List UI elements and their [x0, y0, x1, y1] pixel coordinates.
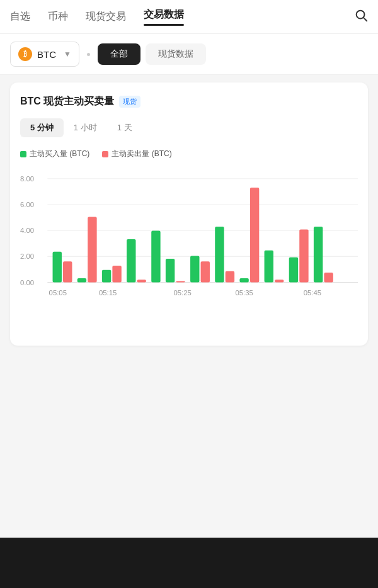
- svg-rect-12: [53, 252, 62, 283]
- nav-item-coins[interactable]: 币种: [48, 8, 68, 26]
- nav-items: 自选 币种 现货交易 交易数据: [10, 6, 354, 28]
- svg-text:05:05: 05:05: [49, 289, 67, 297]
- coin-selector[interactable]: ₿ BTC ▼: [10, 42, 79, 67]
- svg-rect-19: [137, 280, 146, 282]
- svg-rect-25: [215, 227, 224, 283]
- svg-rect-13: [63, 261, 72, 282]
- svg-rect-29: [265, 251, 273, 283]
- btc-icon: ₿: [18, 47, 32, 61]
- svg-rect-26: [226, 271, 234, 283]
- sell-legend-label: 主动卖出量 (BTC): [112, 149, 171, 159]
- svg-rect-15: [88, 217, 96, 282]
- time-tab-1d[interactable]: 1 天: [107, 118, 142, 137]
- chart-title: BTC 现货主动买卖量: [20, 95, 114, 108]
- svg-text:8.00: 8.00: [20, 175, 34, 183]
- svg-text:05:45: 05:45: [304, 289, 321, 297]
- svg-text:05:25: 05:25: [174, 289, 192, 297]
- nav-item-watchlist[interactable]: 自选: [10, 8, 30, 26]
- spot-badge: 现货: [119, 96, 140, 108]
- chart-card: BTC 现货主动买卖量 现货 5 分钟 1 小时 1 天 主动买入量 (BTC)…: [10, 82, 368, 346]
- svg-line-1: [364, 18, 367, 21]
- svg-rect-18: [127, 239, 135, 283]
- bottom-bar: [0, 538, 378, 588]
- top-nav: 自选 币种 现货交易 交易数据: [0, 0, 378, 34]
- divider-dot: [87, 53, 90, 56]
- svg-rect-14: [77, 278, 86, 283]
- svg-rect-23: [190, 256, 199, 282]
- svg-rect-32: [299, 229, 308, 282]
- svg-rect-30: [275, 280, 284, 282]
- svg-rect-28: [250, 188, 259, 283]
- nav-item-trade-data[interactable]: 交易数据: [144, 6, 184, 28]
- nav-item-spot-trade[interactable]: 现货交易: [86, 8, 126, 26]
- legend-buy: 主动买入量 (BTC): [20, 149, 89, 159]
- svg-rect-21: [166, 259, 175, 283]
- filter-buttons: 全部 现货数据: [98, 43, 206, 65]
- chart-legend: 主动买入量 (BTC) 主动卖出量 (BTC): [20, 149, 358, 159]
- filter-bar: ₿ BTC ▼ 全部 现货数据: [0, 34, 378, 75]
- svg-text:0.00: 0.00: [20, 279, 34, 286]
- svg-rect-20: [151, 231, 160, 283]
- search-icon[interactable]: [354, 8, 368, 25]
- svg-rect-17: [112, 266, 121, 283]
- bar-chart-svg: 8.00 6.00 4.00 2.00 0.00: [20, 167, 358, 331]
- svg-text:4.00: 4.00: [20, 227, 34, 234]
- svg-rect-22: [176, 281, 185, 282]
- legend-sell: 主动卖出量 (BTC): [102, 149, 171, 159]
- filter-all-button[interactable]: 全部: [98, 43, 140, 65]
- svg-text:2.00: 2.00: [20, 252, 34, 260]
- buy-legend-label: 主动买入量 (BTC): [30, 149, 89, 159]
- svg-text:6.00: 6.00: [20, 201, 34, 208]
- svg-rect-24: [201, 261, 210, 282]
- time-tab-1h[interactable]: 1 小时: [64, 118, 107, 137]
- filter-spot-button[interactable]: 现货数据: [146, 43, 206, 65]
- svg-rect-34: [324, 273, 333, 283]
- svg-text:05:15: 05:15: [99, 289, 117, 297]
- chevron-down-icon: ▼: [64, 50, 71, 59]
- sell-legend-dot: [102, 151, 108, 157]
- chart-area: 8.00 6.00 4.00 2.00 0.00: [20, 167, 358, 333]
- svg-rect-33: [314, 227, 323, 283]
- svg-rect-27: [239, 278, 248, 283]
- coin-label: BTC: [37, 49, 56, 60]
- svg-rect-31: [289, 257, 298, 283]
- card-title: BTC 现货主动买卖量 现货: [20, 95, 358, 108]
- time-tab-5m[interactable]: 5 分钟: [20, 118, 64, 137]
- time-tabs: 5 分钟 1 小时 1 天: [20, 118, 358, 137]
- buy-legend-dot: [20, 151, 26, 157]
- svg-text:05:35: 05:35: [235, 289, 253, 297]
- svg-rect-16: [102, 270, 111, 283]
